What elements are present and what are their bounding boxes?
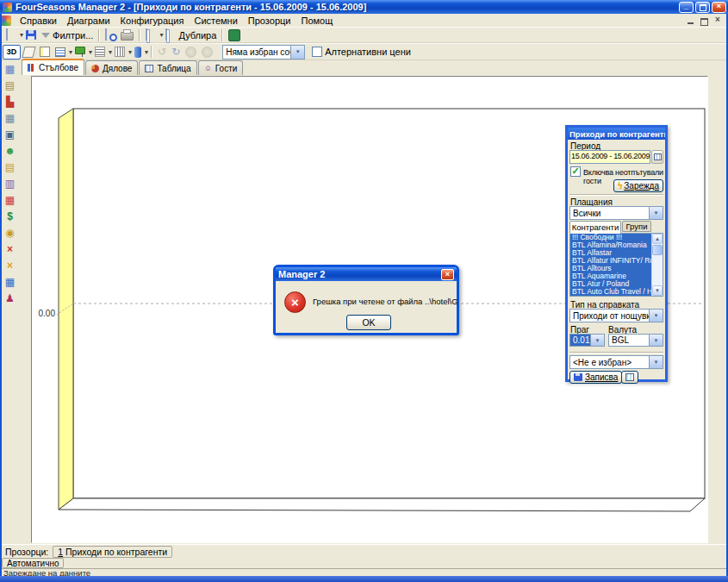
tab-pie[interactable]: Дялове [85, 60, 138, 75]
mdi-close-button[interactable]: × [711, 16, 725, 26]
automatic-button[interactable]: Автоматично [2, 558, 64, 568]
ok-button[interactable]: OK [346, 315, 391, 330]
tab-contragents[interactable]: Контрагенти [569, 221, 621, 234]
toggle-3d-button[interactable]: 3D [3, 45, 21, 59]
scroll-up-button[interactable]: ▲ [652, 234, 663, 244]
menu-diagrams[interactable]: Диаграми [62, 16, 115, 26]
toolbar-separator [221, 29, 223, 41]
tab-guests-label: Гости [215, 64, 237, 73]
alt-prices-checkbox[interactable] [312, 47, 322, 57]
duplicate-button[interactable]: Дублира [163, 28, 219, 42]
cut-red-icon[interactable]: × [3, 241, 18, 257]
mdi-restore-icon [700, 18, 708, 26]
include-guests-checkbox[interactable]: ✓ [570, 166, 581, 177]
copy-window-icon[interactable]: ▣ [3, 126, 18, 142]
save-report-button[interactable]: Записва [569, 371, 622, 384]
panel-title-bar[interactable]: Приходи по контрагенти × [568, 128, 665, 140]
menu-references[interactable]: Справки [15, 16, 62, 26]
list-scrollbar[interactable]: ▲ ▼ [651, 234, 663, 296]
load-button[interactable]: ϟ Зарежда [613, 179, 663, 192]
window-tab-button[interactable]: 1 Приходи по контрагенти [53, 546, 172, 558]
threshold-input[interactable]: 0.01 ▼ [569, 334, 605, 347]
export-excel-button[interactable] [226, 28, 243, 42]
currency-select[interactable]: BGL ▼ [608, 334, 663, 347]
calculator-icon[interactable]: ▦ [3, 110, 18, 126]
list-item[interactable]: BTL Alfatur INFINITY/ Romani [570, 257, 663, 265]
payments-select[interactable]: Всички ▼ [569, 206, 663, 220]
red-grid-icon[interactable]: ▦ [3, 191, 18, 208]
vertical-grid-button[interactable] [112, 45, 128, 59]
bar-style-dropdown-arrow-icon[interactable]: ▾ [145, 48, 148, 56]
menu-windows[interactable]: Прозорци [243, 16, 296, 26]
export-icon[interactable]: ▤ [3, 77, 18, 93]
list-item[interactable]: BTL Atur / Poland [570, 280, 663, 288]
labels-button[interactable] [72, 45, 88, 59]
list-item[interactable]: BTL Aquamarine [570, 272, 663, 280]
list-item[interactable]: BTL Auto Club Travel / Hunga [570, 288, 663, 296]
mdi-minimize-button[interactable] [683, 16, 697, 26]
bar-style-button[interactable] [132, 45, 144, 59]
scroll-thumb[interactable] [652, 245, 663, 255]
lightning-icon: ϟ [618, 180, 623, 191]
report-type-arrow-icon[interactable]: ▼ [649, 310, 663, 322]
list-item[interactable]: BTL Alfastar [570, 249, 663, 257]
chart-wall-button[interactable] [37, 45, 53, 59]
application-window: FourSeasons Manager 2 - [Приходи по конт… [0, 0, 728, 582]
owner-select[interactable]: Няма избран собственици ▼ [222, 45, 305, 59]
group-icon[interactable]: ☻ [3, 142, 18, 159]
folder-icon[interactable]: ▤ [3, 159, 18, 175]
copy-button[interactable] [143, 28, 159, 42]
menu-help[interactable]: Помощ [296, 16, 338, 26]
windows-icon[interactable]: ▦ [3, 60, 18, 77]
currency-arrow-icon[interactable]: ▼ [649, 335, 663, 346]
perspective-button[interactable] [21, 45, 37, 59]
filters-button[interactable]: Филтри... [39, 28, 96, 42]
person-chart-icon[interactable]: ♟ [3, 290, 18, 306]
saved-report-select[interactable]: <Не е избран> ▼ [569, 355, 663, 369]
menu-system[interactable]: Системни [189, 16, 242, 26]
rotate-cw-button[interactable]: ↻ [169, 45, 183, 59]
sphere-right-icon [202, 47, 213, 58]
owner-select-arrow-icon[interactable]: ▼ [290, 46, 304, 59]
save-report-label: Записва [585, 372, 618, 382]
close-button[interactable]: × [712, 2, 726, 13]
threshold-value: 0.01 [570, 335, 590, 346]
restore-button[interactable] [695, 2, 710, 13]
error-dialog-close-button[interactable]: × [441, 269, 454, 280]
menu-configuration[interactable]: Конфигурация [115, 16, 190, 26]
columns-icon[interactable]: ▥ [3, 175, 18, 191]
legend-icon [55, 47, 65, 57]
scroll-down-button[interactable]: ▼ [652, 285, 663, 296]
legend-button[interactable] [53, 45, 68, 59]
list-item[interactable]: !!! Свободни !!! [570, 234, 663, 241]
print-preview-button[interactable] [103, 28, 118, 42]
horizontal-grid-button[interactable] [92, 45, 108, 59]
tab-table[interactable]: Таблица [139, 60, 196, 75]
period-input[interactable]: 15.06.2009 - 15.06.2009 [569, 150, 650, 164]
title-bar[interactable]: FourSeasons Manager 2 - [Приходи по конт… [0, 0, 728, 14]
payments-select-arrow-icon[interactable]: ▼ [649, 207, 663, 219]
list-item[interactable]: BTL Alfamina/Romania [570, 241, 663, 249]
grid-view-button[interactable] [621, 371, 638, 384]
minimize-button[interactable]: _ [679, 2, 694, 13]
calendar-button[interactable] [651, 150, 663, 164]
print-button[interactable] [118, 28, 136, 42]
list-item[interactable]: BTL Alltours [570, 265, 663, 272]
chart-icon[interactable]: ▙ [3, 93, 18, 110]
saved-report-arrow-icon[interactable]: ▼ [649, 356, 663, 368]
mdi-restore-button[interactable] [697, 16, 711, 26]
tab-guests[interactable]: ☺ Гости [198, 60, 244, 75]
new-button[interactable] [3, 28, 19, 42]
window-table-icon[interactable]: ▦ [3, 273, 18, 290]
save-button[interactable] [23, 28, 39, 42]
error-dialog-title-bar[interactable]: Manager 2 × [276, 267, 457, 281]
tab-groups[interactable]: Групи [622, 221, 651, 232]
tab-bars[interactable]: Стълбове [22, 59, 84, 75]
cut-yellow-icon[interactable]: × [3, 257, 18, 273]
coins-icon[interactable]: ◉ [3, 224, 18, 241]
printer-icon [121, 32, 134, 41]
contragents-list[interactable]: !!! Свободни !!! BTL Alfamina/Romania BT… [569, 233, 663, 297]
threshold-arrow-icon[interactable]: ▼ [590, 335, 604, 346]
report-type-select[interactable]: Приходи от нощувки ▼ [569, 309, 663, 322]
dollar-icon[interactable]: $ [3, 208, 18, 224]
